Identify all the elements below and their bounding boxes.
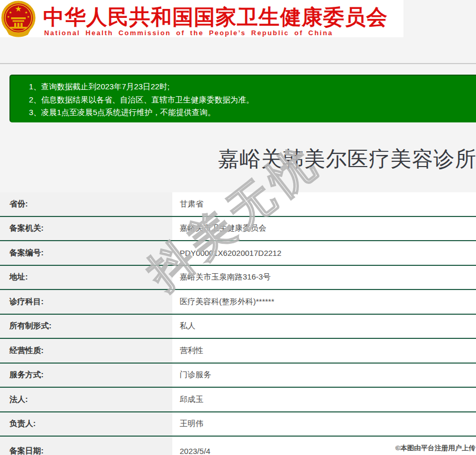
row-label: 服务方式: xyxy=(0,364,172,387)
notice-line-1: 1、查询数据截止到2023年7月23日22时; xyxy=(29,80,476,94)
header-title-en: National Health Commission of the People… xyxy=(44,29,333,37)
row-value: 私人 xyxy=(172,315,476,338)
notice-line-2: 2、信息数据结果以各省、自治区、直辖市卫生健康委数据为准。 xyxy=(29,94,476,107)
row-label: 省份: xyxy=(0,192,172,216)
svg-text:★: ★ xyxy=(25,11,28,14)
row-label: 备案日期: xyxy=(0,437,172,455)
row-label: 负责人: xyxy=(0,412,172,436)
bottom-right-watermark: ©本图由平台注册用户上传 xyxy=(395,443,475,453)
institution-title: 嘉峪关韩美尔医疗美容诊所 xyxy=(218,148,476,170)
svg-text:★: ★ xyxy=(9,11,12,14)
svg-text:★: ★ xyxy=(27,15,29,18)
table-row-service-mode: 服务方式: 门诊服务 xyxy=(0,364,476,388)
header-title-cn: 中华人民共和国国家卫生健康委员会 xyxy=(43,6,388,27)
table-row-business-nature: 经营性质: 营利性 xyxy=(0,339,476,364)
row-value: 邱成玉 xyxy=(172,388,476,411)
row-label: 经营性质: xyxy=(0,339,172,363)
record-table: 省份: 甘肃省 备案机关: 嘉峪关市卫生健康委员会 备案编号: PDY00001… xyxy=(0,192,476,455)
table-row-ownership: 所有制形式: 私人 xyxy=(0,315,476,339)
header-divider xyxy=(0,63,476,64)
row-label: 备案编号: xyxy=(0,241,172,265)
row-label: 诊疗科目: xyxy=(0,290,172,314)
row-label: 所有制形式: xyxy=(0,315,172,338)
row-label: 备案机关: xyxy=(0,217,172,241)
national-emblem-icon: ★ ★ ★ ★ ★ xyxy=(1,0,37,38)
table-row-departments: 诊疗科目: 医疗美容科(整形外科)****** xyxy=(0,290,476,315)
svg-text:★: ★ xyxy=(15,4,22,13)
row-value: 嘉峪关市卫生健康委员会 xyxy=(172,217,476,241)
row-value: 甘肃省 xyxy=(172,192,476,216)
site-header[interactable]: ★ ★ ★ ★ ★ 中华人民共和国国家卫生健康委员会 National Heal… xyxy=(0,0,403,37)
row-value: 嘉峪关市玉泉南路316-3号 xyxy=(172,266,476,289)
page: ★ ★ ★ ★ ★ 中华人民共和国国家卫生健康委员会 National Heal… xyxy=(0,0,476,455)
row-value: PDY00001X62020017D2212 xyxy=(172,241,476,265)
notice-line-3: 3、凌晨1点至凌晨5点系统进行维护，不能提供查询。 xyxy=(29,106,476,119)
table-row-legal-person: 法人: 邱成玉 xyxy=(0,388,476,412)
table-row-filing-number: 备案编号: PDY00001X62020017D2212 xyxy=(0,241,476,266)
table-row-filing-authority: 备案机关: 嘉峪关市卫生健康委员会 xyxy=(0,217,476,242)
row-value: 门诊服务 xyxy=(172,364,476,387)
table-row-province: 省份: 甘肃省 xyxy=(0,192,476,217)
table-row-address: 地址: 嘉峪关市玉泉南路316-3号 xyxy=(0,266,476,291)
svg-text:★: ★ xyxy=(7,15,9,18)
row-value: 医疗美容科(整形外科)****** xyxy=(172,290,476,314)
row-label: 法人: xyxy=(0,388,172,411)
row-label: 地址: xyxy=(0,266,172,289)
notice-box: 1、查询数据截止到2023年7月23日22时; 2、信息数据结果以各省、自治区、… xyxy=(9,75,476,122)
row-value: 王明伟 xyxy=(172,412,476,436)
table-row-person-in-charge: 负责人: 王明伟 xyxy=(0,412,476,437)
row-value: 营利性 xyxy=(172,339,476,363)
